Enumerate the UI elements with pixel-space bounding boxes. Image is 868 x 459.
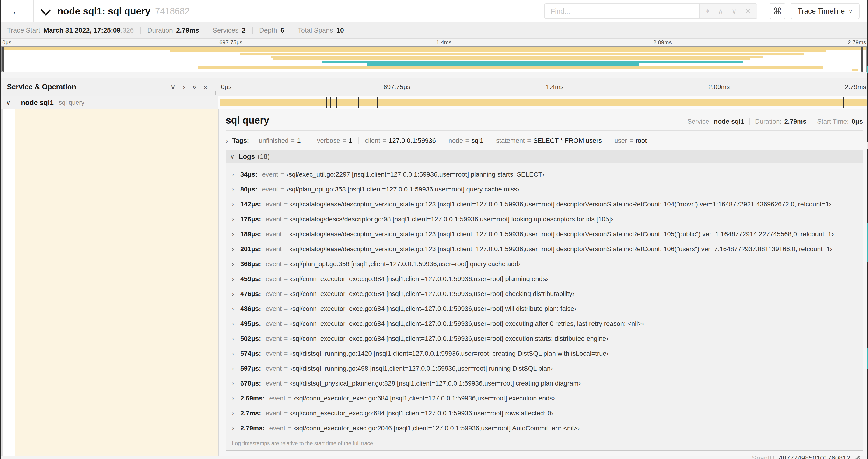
logs-count: (18)	[257, 153, 270, 160]
back-button[interactable]: ←	[0, 0, 34, 22]
find-prev-icon[interactable]: ∧	[718, 8, 723, 15]
find-next-icon[interactable]: ∨	[732, 8, 737, 15]
log-equals: =	[282, 335, 290, 342]
expand-all-icon[interactable]: »	[204, 83, 208, 91]
minimap-left-handle[interactable]	[2, 47, 4, 72]
log-row[interactable]: ›201μs:event=‹sql/catalog/lease/descript…	[226, 242, 863, 257]
tag-key: _unfinished	[255, 137, 289, 144]
view-selector-button[interactable]: Trace Timeline ∨	[790, 3, 860, 19]
log-row[interactable]: ›2.7ms:event=‹sql/conn_executor_exec.go:…	[226, 406, 863, 421]
log-row[interactable]: ›142μs:event=‹sql/catalog/lease/descript…	[226, 197, 863, 212]
span-id-label: SpanID:	[752, 454, 777, 459]
log-marker	[337, 97, 337, 108]
collapse-one-icon[interactable]: ∨	[170, 83, 176, 91]
log-timestamp: 2.7ms:	[240, 409, 261, 417]
log-toggle-icon[interactable]: ›	[232, 335, 240, 342]
log-timestamp: 495μs:	[240, 320, 261, 327]
axis-tick-label: 1.4ms	[434, 39, 452, 46]
log-row[interactable]: ›459μs:event=‹sql/conn_executor_exec.go:…	[226, 271, 863, 286]
tag-value: 1	[297, 137, 301, 144]
log-toggle-icon[interactable]: ›	[232, 171, 240, 178]
span-detail-header[interactable]: sql query Service:node sql1Duration:2.79…	[226, 115, 863, 126]
log-marker	[377, 97, 377, 108]
expand-one-icon[interactable]: ›	[183, 83, 185, 91]
log-row[interactable]: ›2.79ms:event=‹sql/conn_executor_exec.go…	[226, 421, 863, 436]
log-row[interactable]: ›495μs:event=‹sql/conn_executor_exec.go:…	[226, 316, 863, 331]
detail-meta-label: Service:	[687, 118, 711, 125]
log-toggle-icon[interactable]: ›	[232, 365, 240, 372]
tag-key: statement	[496, 137, 525, 144]
log-field-value: ‹sql/conn_executor_exec.go:684 [nsql1,cl…	[294, 395, 555, 402]
log-toggle-icon[interactable]: ›	[232, 425, 240, 432]
log-equals: =	[282, 380, 290, 387]
log-toggle-icon[interactable]: ›	[232, 275, 240, 283]
log-field-key: event	[269, 424, 285, 432]
log-row[interactable]: ›476μs:event=‹sql/conn_executor_exec.go:…	[226, 286, 863, 301]
log-row[interactable]: ›574μs:event=‹sql/distsql_running.go:142…	[226, 346, 863, 361]
service-color-stripe	[12, 109, 15, 456]
log-row[interactable]: ›502μs:event=‹sql/conn_executor_exec.go:…	[226, 331, 863, 346]
find-clear-icon[interactable]: ✕	[745, 8, 751, 15]
log-toggle-icon[interactable]: ›	[232, 261, 240, 268]
log-toggle-icon[interactable]: ›	[232, 395, 240, 402]
log-row[interactable]: ›189μs:event=‹sql/catalog/lease/descript…	[226, 227, 863, 242]
collapse-all-icon[interactable]: »	[191, 85, 198, 89]
log-toggle-icon[interactable]: ›	[232, 305, 240, 313]
timeline-minimap[interactable]	[1, 46, 867, 72]
keyboard-shortcuts-button[interactable]: ⌘	[770, 3, 785, 19]
tag-pair: _unfinished=1	[255, 137, 301, 144]
trace-meta-value: 10	[337, 27, 344, 34]
separator	[291, 27, 291, 34]
log-row[interactable]: ›2.69ms:event=‹sql/conn_executor_exec.go…	[226, 391, 863, 406]
log-toggle-icon[interactable]: ›	[232, 290, 240, 298]
tag-equals: =	[340, 137, 349, 144]
log-toggle-icon[interactable]: ›	[232, 245, 240, 253]
log-toggle-icon[interactable]: ›	[232, 186, 240, 193]
log-field-key: event	[266, 350, 282, 357]
tag-value: 1	[349, 137, 352, 144]
tag-value: sql1	[471, 137, 484, 144]
axis-tick-label: 2.09ms	[706, 83, 730, 91]
span-duration-bar[interactable]	[220, 99, 867, 106]
tags-row[interactable]: › Tags: _unfinished=1_verbose=1client=12…	[226, 137, 863, 144]
logs-toggle-icon[interactable]: ∨	[230, 153, 235, 160]
log-field-key: event	[266, 320, 282, 327]
tag-key: _verbose	[313, 137, 340, 144]
trace-meta-label: Trace Start	[7, 27, 40, 34]
log-marker	[267, 97, 267, 108]
collapse-trace-chevron-icon[interactable]	[40, 5, 51, 15]
trace-meta-value: March 31 2022, 17:25:09	[43, 27, 121, 34]
minimap-right-handle[interactable]	[861, 47, 863, 72]
span-id-row: SpanID: 4877749850101760812	[226, 454, 863, 459]
log-row[interactable]: ›34μs:event=‹sql/exec_util.go:2297 [nsql…	[226, 167, 863, 182]
tags-toggle-icon[interactable]: ›	[226, 137, 228, 144]
log-row[interactable]: ›486μs:event=‹sql/conn_executor_exec.go:…	[226, 301, 863, 316]
minimap-span	[2, 47, 866, 50]
log-row[interactable]: ›678μs:event=‹sql/distsql_physical_plann…	[226, 376, 863, 391]
copy-link-icon[interactable]	[854, 455, 862, 459]
minimap-span	[170, 50, 826, 53]
tag-equals: =	[627, 137, 636, 144]
separator	[608, 137, 608, 144]
log-toggle-icon[interactable]: ›	[232, 216, 240, 223]
find-input[interactable]	[544, 3, 699, 19]
trace-meta-label: Duration	[147, 27, 173, 34]
log-toggle-icon[interactable]: ›	[232, 350, 240, 357]
log-toggle-icon[interactable]: ›	[232, 320, 240, 327]
log-marker	[335, 97, 335, 108]
log-field-key: event	[269, 395, 285, 402]
locate-icon[interactable]: ⌖	[706, 8, 710, 15]
log-field-key: event	[266, 275, 282, 283]
log-toggle-icon[interactable]: ›	[232, 410, 240, 417]
span-row-label[interactable]: ∨ node sql1 sql query	[0, 96, 218, 109]
log-toggle-icon[interactable]: ›	[232, 231, 240, 238]
log-row[interactable]: ›80μs:event=‹sql/plan_opt.go:358 [nsql1,…	[226, 182, 863, 197]
log-row[interactable]: ›366μs:event=‹sql/plan_opt.go:358 [nsql1…	[226, 257, 863, 271]
log-row[interactable]: ›597μs:event=‹sql/distsql_running.go:498…	[226, 361, 863, 376]
log-toggle-icon[interactable]: ›	[232, 380, 240, 387]
log-field-value: ‹sql/conn_executor_exec.go:684 [nsql1,cl…	[290, 409, 554, 417]
logs-header[interactable]: ∨ Logs (18)	[226, 151, 863, 163]
log-toggle-icon[interactable]: ›	[232, 201, 240, 208]
log-row[interactable]: ›176μs:event=‹sql/catalog/descs/descript…	[226, 212, 863, 227]
tag-value: 127.0.0.1:59936	[389, 137, 436, 144]
